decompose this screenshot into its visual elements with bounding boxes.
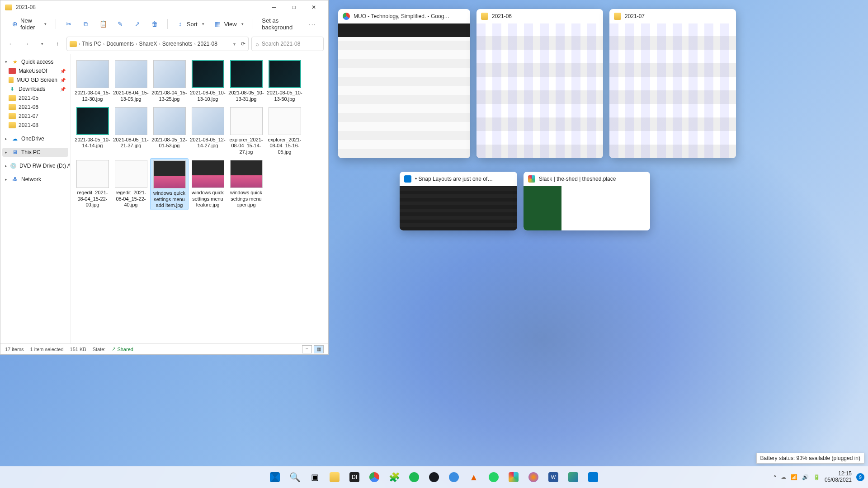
snap-card-slack[interactable]: Slack | the-shed | theshed.place: [524, 172, 650, 230]
thumbnails-view-button[interactable]: ▦: [314, 345, 324, 353]
file-item[interactable]: windows quick settings menu feature.jpg: [189, 158, 227, 210]
qbittorrent-button[interactable]: [445, 468, 463, 486]
sidebar-item-label: Network: [21, 176, 41, 183]
sidebar-network[interactable]: ▸🖧Network: [2, 175, 68, 184]
sidebar-item-makeuseof[interactable]: MakeUseOf📌: [2, 66, 68, 75]
word-button[interactable]: W: [544, 468, 562, 486]
system-tray[interactable]: ^ ☁ 📶 🔊 🔋 12:15 05/08/2021 9: [774, 471, 864, 483]
taskbar[interactable]: 🔍 ▣ DI 🧩 ▲ W ^ ☁ 📶 🔊 🔋 12:15 05/08/2021 …: [0, 466, 868, 488]
minimize-button[interactable]: ─: [264, 0, 284, 14]
file-item[interactable]: 2021-08-04_15-13-05.jpg: [112, 58, 150, 103]
close-button[interactable]: ✕: [304, 0, 324, 14]
tray-overflow-icon[interactable]: ^: [774, 474, 776, 480]
file-item[interactable]: 2021-08-05_12-01-53.jpg: [150, 105, 189, 156]
chevron-down-icon[interactable]: ▾: [36, 38, 48, 50]
sidebar-item-downloads[interactable]: ⬇Downloads📌: [2, 84, 68, 94]
rename-icon: ✎: [117, 20, 124, 28]
file-item[interactable]: 2021-08-05_10-13-31.jpg: [227, 58, 265, 103]
file-item[interactable]: windows quick settings menu add item.jpg: [150, 158, 189, 210]
app-button[interactable]: DI: [345, 468, 363, 486]
start-button[interactable]: [266, 468, 284, 486]
quick-access-header[interactable]: ▾★Quick access: [2, 57, 68, 66]
file-thumbnail: [76, 60, 109, 88]
paste-icon: 📋: [99, 20, 107, 28]
app-button[interactable]: 🧩: [385, 468, 403, 486]
file-item[interactable]: 2021-08-04_15-13-25.jpg: [150, 58, 189, 103]
file-item[interactable]: 2021-08-05_10-14-14.jpg: [73, 105, 112, 156]
new-folder-button[interactable]: ⊕New folder▾: [9, 15, 50, 33]
details-view-button[interactable]: ≡: [302, 345, 312, 353]
snap-card-vscode[interactable]: • Snap Layouts are just one of…: [400, 172, 517, 230]
search-button[interactable]: 🔍: [286, 468, 304, 486]
delete-button[interactable]: 🗑: [147, 19, 162, 29]
chevron-down-icon[interactable]: ▾: [233, 42, 236, 47]
file-item[interactable]: explorer_2021-08-04_15-16-05.jpg: [265, 105, 304, 156]
sidebar-this-pc[interactable]: ▸🖥This PC: [2, 148, 68, 157]
spotify-button[interactable]: [405, 468, 423, 486]
bc-seg[interactable]: ShareX: [139, 41, 157, 47]
sidebar-item-2021-08[interactable]: 2021-08: [2, 121, 68, 130]
onedrive-tray-icon[interactable]: ☁: [781, 474, 786, 480]
more-button[interactable]: ···: [305, 19, 320, 29]
sidebar-dvd[interactable]: ▸💿DVD RW Drive (D:) A: [2, 161, 68, 170]
file-item[interactable]: 2021-08-05_12-14-27.jpg: [189, 105, 227, 156]
clock[interactable]: 12:15 05/08/2021: [825, 471, 852, 483]
vlc-button[interactable]: ▲: [465, 468, 483, 486]
sharex-button[interactable]: [564, 468, 582, 486]
file-item[interactable]: 2021-08-05_10-13-50.jpg: [265, 58, 304, 103]
vscode-button[interactable]: [584, 468, 602, 486]
task-view-button[interactable]: ▣: [306, 468, 324, 486]
whatsapp-button[interactable]: [485, 468, 503, 486]
rename-button[interactable]: ✎: [113, 19, 127, 29]
firefox-button[interactable]: [524, 468, 542, 486]
volume-icon[interactable]: 🔊: [802, 474, 809, 480]
file-item[interactable]: 2021-08-05_11-21-37.jpg: [112, 105, 150, 156]
snap-card-folder-2021-07[interactable]: 2021-07: [609, 9, 736, 158]
file-item[interactable]: windows quick settings menu open.jpg: [227, 158, 265, 210]
up-button[interactable]: ↑: [51, 38, 64, 50]
set-as-background-button[interactable]: Set as background: [258, 15, 302, 33]
file-explorer-button[interactable]: [326, 468, 344, 486]
sidebar-item-muo-gd[interactable]: MUO GD Screen📌: [2, 75, 68, 84]
window-titlebar[interactable]: 2021-08 ─ □ ✕: [0, 0, 328, 14]
slack-button[interactable]: [505, 468, 523, 486]
bc-seg[interactable]: Documents: [106, 41, 134, 47]
share-button[interactable]: ↗: [130, 19, 145, 29]
notification-badge[interactable]: 9: [856, 473, 864, 481]
sidebar-item-2021-06[interactable]: 2021-06: [2, 103, 68, 112]
forward-button[interactable]: →: [20, 38, 33, 50]
slack-icon: [509, 472, 519, 482]
copy-button[interactable]: ⧉: [79, 19, 93, 29]
bc-seg[interactable]: This PC: [82, 41, 101, 47]
paste-button[interactable]: 📋: [96, 19, 110, 29]
bc-seg[interactable]: 2021-08: [198, 41, 217, 47]
view-button[interactable]: ▦View▾: [211, 19, 247, 29]
refresh-button[interactable]: ⟳: [241, 41, 245, 47]
file-thumbnail: [192, 60, 224, 88]
battery-icon[interactable]: 🔋: [813, 474, 820, 480]
maximize-button[interactable]: □: [284, 0, 304, 14]
steam-button[interactable]: [425, 468, 443, 486]
sidebar-item-2021-05[interactable]: 2021-05: [2, 94, 68, 103]
file-item[interactable]: regedit_2021-08-04_15-22-40.jpg: [112, 158, 150, 210]
file-item[interactable]: explorer_2021-08-04_15-14-27.jpg: [227, 105, 265, 156]
status-state-label: State:: [93, 347, 106, 352]
file-item[interactable]: 2021-08-04_15-12-30.jpg: [73, 58, 112, 103]
file-item[interactable]: 2021-08-05_10-13-10.jpg: [189, 58, 227, 103]
file-list[interactable]: 2021-08-04_15-12-30.jpg2021-08-04_15-13-…: [71, 54, 328, 343]
search-box[interactable]: ⌕ Search 2021-08: [251, 37, 324, 51]
snap-card-chrome[interactable]: MUO - Technology, Simplified. - Goog…: [338, 9, 470, 158]
sidebar-item-2021-07[interactable]: 2021-07: [2, 112, 68, 121]
bc-seg[interactable]: Screenshots: [162, 41, 193, 47]
snap-card-folder-2021-06[interactable]: 2021-06: [476, 9, 603, 158]
back-button[interactable]: ←: [5, 38, 18, 50]
snap-card-title: MUO - Technology, Simplified. - Goog…: [354, 13, 449, 19]
navigation-pane[interactable]: ▾★Quick access MakeUseOf📌 MUO GD Screen📌…: [0, 54, 71, 343]
breadcrumb[interactable]: › This PC› Documents› ShareX› Screenshot…: [66, 37, 249, 51]
file-item[interactable]: regedit_2021-08-04_15-22-00.jpg: [73, 158, 112, 210]
chrome-button[interactable]: [365, 468, 383, 486]
wifi-icon[interactable]: 📶: [791, 474, 797, 480]
cut-button[interactable]: ✂: [61, 19, 76, 29]
sort-button[interactable]: ↕Sort▾: [173, 19, 208, 29]
sidebar-onedrive[interactable]: ▸☁OneDrive: [2, 134, 68, 143]
